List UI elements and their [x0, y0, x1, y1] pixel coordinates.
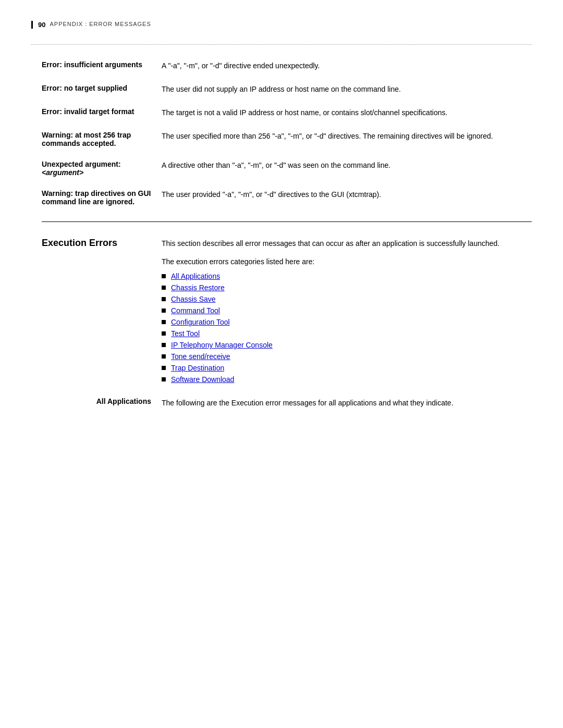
error-label-col-5: Unexpected argument: <argument>: [42, 160, 162, 177]
error-section-unexpected-argument: Unexpected argument: <argument> A direct…: [42, 160, 532, 177]
link-test-tool[interactable]: Test Tool: [171, 329, 200, 338]
page-container: 90 Appendix : Error Messages Error: insu…: [0, 0, 563, 440]
link-trap-destination[interactable]: Trap Destination: [171, 364, 224, 372]
bullet-icon-tone-send-receive: [162, 354, 166, 359]
error-desc-insufficient-arguments: A "-a", "-m", or "-d" directive ended un…: [162, 61, 320, 70]
page-title-header: Appendix : Error Messages: [50, 21, 151, 27]
all-apps-label-col: All Applications: [42, 397, 162, 409]
error-title-invalid-target-format: Error: invalid target format: [42, 107, 134, 116]
error-desc-col-2: The user did not supply an IP address or…: [162, 84, 532, 95]
error-title-trap-directives-ignored: Warning: trap directives on GUI command …: [42, 189, 151, 206]
content-area: Error: insufficient arguments A "-a", "-…: [31, 60, 532, 409]
error-section-no-target-supplied: Error: no target supplied The user did n…: [42, 84, 532, 95]
link-ip-telephony-manager-console[interactable]: IP Telephony Manager Console: [171, 341, 273, 349]
page-header: 90 Appendix : Error Messages: [31, 21, 532, 29]
all-apps-desc-col: The following are the Execution error me…: [162, 397, 532, 409]
link-all-applications[interactable]: All Applications: [171, 272, 220, 280]
bullet-icon-chassis-restore: [162, 286, 166, 290]
all-applications-section: All Applications The following are the E…: [42, 397, 532, 409]
execution-section: Execution Errors This section describes …: [42, 238, 532, 387]
error-desc-trap-directives-ignored: The user provided "-a", "-m", or "-d" di…: [162, 190, 381, 199]
error-title-256-trap-commands: Warning: at most 256 trap commands accep…: [42, 131, 131, 147]
error-desc-col-3: The target is not a valid IP address or …: [162, 107, 532, 118]
bullet-icon-configuration-tool: [162, 320, 166, 324]
link-command-tool[interactable]: Command Tool: [171, 306, 220, 315]
error-section-trap-directives-ignored: Warning: trap directives on GUI command …: [42, 189, 532, 206]
list-item-all-applications: All Applications: [162, 272, 532, 280]
bullet-icon-software-download: [162, 377, 166, 381]
execution-desc-line1: This section describes all error message…: [162, 238, 532, 249]
list-item-configuration-tool: Configuration Tool: [162, 318, 532, 326]
link-tone-send-receive[interactable]: Tone send/receive: [171, 352, 230, 361]
error-desc-no-target-supplied: The user did not supply an IP address or…: [162, 85, 401, 93]
link-configuration-tool[interactable]: Configuration Tool: [171, 318, 230, 326]
execution-errors-label: Execution Errors: [42, 238, 117, 248]
error-title-insufficient-arguments: Error: insufficient arguments: [42, 60, 142, 69]
error-desc-256-trap-commands: The user specified more than 256 "-a", "…: [162, 132, 493, 140]
list-item-trap-destination: Trap Destination: [162, 364, 532, 372]
execution-desc-col: This section describes all error message…: [162, 238, 532, 387]
all-applications-label: All Applications: [96, 397, 151, 405]
list-item-ip-telephony-manager-console: IP Telephony Manager Console: [162, 341, 532, 349]
error-title-unexpected-argument: Unexpected argument: <argument>: [42, 160, 121, 177]
error-label-col: Error: insufficient arguments: [42, 60, 162, 71]
header-divider: [31, 44, 532, 45]
error-section-invalid-target-format: Error: invalid target format The target …: [42, 107, 532, 118]
error-label-col-3: Error: invalid target format: [42, 107, 162, 118]
link-chassis-restore[interactable]: Chassis Restore: [171, 283, 225, 292]
error-desc-invalid-target-format: The target is not a valid IP address or …: [162, 108, 447, 117]
list-item-chassis-save: Chassis Save: [162, 295, 532, 303]
error-desc-col-4: The user specified more than 256 "-a", "…: [162, 131, 532, 147]
list-item-tone-send-receive: Tone send/receive: [162, 352, 532, 361]
error-desc-col: A "-a", "-m", or "-d" directive ended un…: [162, 60, 532, 71]
link-chassis-save[interactable]: Chassis Save: [171, 295, 216, 303]
list-item-software-download: Software Download: [162, 375, 532, 384]
execution-bullet-list: All Applications Chassis Restore Chassis…: [162, 272, 532, 384]
page-number: 90: [38, 21, 45, 29]
list-item-test-tool: Test Tool: [162, 329, 532, 338]
error-desc-unexpected-argument: A directive other than "-a", "-m", or "-…: [162, 161, 390, 169]
bullet-icon-all-applications: [162, 274, 166, 278]
error-label-col-4: Warning: at most 256 trap commands accep…: [42, 131, 162, 147]
bullet-icon-command-tool: [162, 309, 166, 313]
error-desc-col-5: A directive other than "-a", "-m", or "-…: [162, 160, 532, 177]
execution-label-col: Execution Errors: [42, 238, 162, 387]
error-section-insufficient-arguments: Error: insufficient arguments A "-a", "-…: [42, 60, 532, 71]
error-desc-col-6: The user provided "-a", "-m", or "-d" di…: [162, 189, 532, 206]
all-applications-description: The following are the Execution error me…: [162, 399, 454, 407]
error-section-256-trap-commands: Warning: at most 256 trap commands accep…: [42, 131, 532, 147]
list-item-command-tool: Command Tool: [162, 306, 532, 315]
bullet-icon-trap-destination: [162, 366, 166, 370]
argument-italic: <argument>: [42, 168, 83, 177]
error-title-no-target-supplied: Error: no target supplied: [42, 84, 127, 92]
bullet-icon-ip-telephony: [162, 343, 166, 347]
bullet-icon-test-tool: [162, 331, 166, 336]
link-software-download[interactable]: Software Download: [171, 375, 234, 384]
error-label-col-2: Error: no target supplied: [42, 84, 162, 95]
error-label-col-6: Warning: trap directives on GUI command …: [42, 189, 162, 206]
execution-list-intro: The execution errors categories listed h…: [162, 257, 532, 266]
bullet-icon-chassis-save: [162, 297, 166, 301]
section-divider: [42, 221, 532, 222]
list-item-chassis-restore: Chassis Restore: [162, 283, 532, 292]
